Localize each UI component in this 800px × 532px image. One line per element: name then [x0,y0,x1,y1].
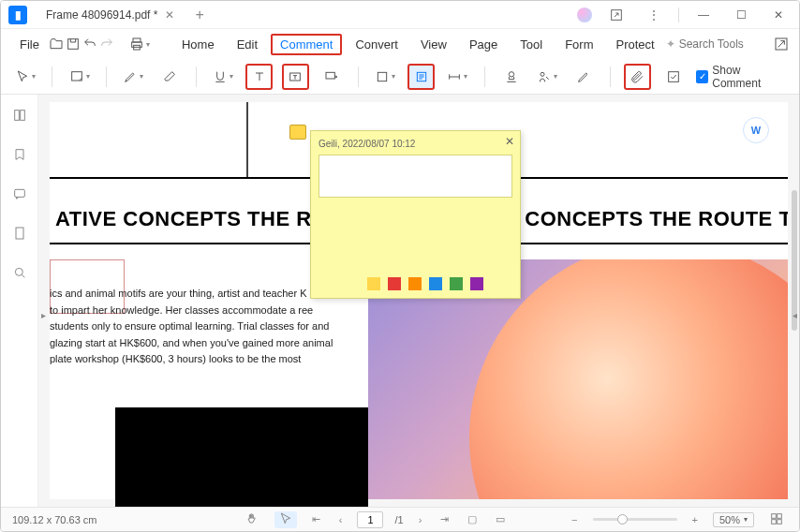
tab-page[interactable]: Page [460,34,507,55]
signature-tool-icon[interactable] [534,64,560,90]
app-icon: ▮ [8,6,27,24]
word-export-badge[interactable]: W [743,117,769,143]
page-total: /1 [394,514,403,525]
select-tool-icon[interactable] [12,64,38,90]
color-swatches [367,277,483,290]
last-page-icon[interactable]: ⇥ [437,513,452,525]
svg-rect-2 [133,38,141,42]
distance-tool-icon[interactable] [444,64,470,90]
new-tab-button[interactable]: + [189,7,209,23]
tab-edit[interactable]: Edit [228,34,267,55]
first-page-icon[interactable]: ⇤ [308,513,324,525]
zoom-in-icon[interactable]: + [689,514,702,525]
zoom-value: 50% [719,514,740,525]
zoom-slider[interactable] [593,518,677,521]
tab-home[interactable]: Home [172,34,224,55]
document-tab[interactable]: Frame 48096914.pdf * ✕ [35,5,185,25]
open-external-icon[interactable] [603,2,630,28]
thumbnails-icon[interactable] [8,104,31,126]
search-input[interactable] [679,37,754,51]
hand-tool-icon[interactable] [241,511,263,528]
textbox-tool-icon[interactable] [282,64,309,90]
save-icon[interactable] [66,32,81,56]
search-panel-icon[interactable] [8,261,31,284]
pencil-tool-icon[interactable] [570,64,596,90]
popup-close-icon[interactable]: ✕ [505,135,514,148]
tab-form[interactable]: Form [556,34,602,55]
collapse-right-icon[interactable]: ◂ [790,301,799,329]
color-blue[interactable] [429,277,442,290]
zoom-thumb[interactable] [617,514,628,525]
comment-marker-icon[interactable] [289,125,306,140]
tab-tool[interactable]: Tool [511,34,552,55]
read-mode-icon[interactable] [765,511,788,528]
collapse-left-icon[interactable]: ▸ [38,301,48,329]
text-tool-icon[interactable] [245,64,273,90]
next-page-icon[interactable]: › [415,514,426,525]
open-icon[interactable] [49,32,64,56]
left-sidebar [1,95,38,507]
vertical-rule [246,102,248,177]
page: W ATIVE CONCEPTS THE ROUTE TO CREATIVE C… [50,102,788,499]
comments-panel-icon[interactable] [8,183,31,205]
comment-popup[interactable]: ✕ Geili, 2022/08/07 10:12 [310,130,521,299]
highlight-tool-icon[interactable] [120,64,146,90]
minimize-button[interactable]: — [690,2,717,28]
close-window-button[interactable]: ✕ [765,2,792,28]
zoom-out-icon[interactable]: − [568,514,581,525]
sticky-note-tool-icon[interactable] [407,64,435,90]
color-purple[interactable] [470,277,483,290]
svg-rect-22 [778,519,782,524]
file-menu[interactable]: File [12,34,47,55]
tab-view[interactable]: View [411,34,456,55]
tab-protect[interactable]: Protect [606,34,663,55]
stamp-tool-icon[interactable] [498,64,525,90]
popup-timestamp: 2022/08/07 10:12 [343,139,416,149]
print-icon[interactable] [129,32,150,56]
svg-point-18 [15,268,22,275]
redo-icon[interactable] [99,32,114,56]
zoom-dropdown[interactable]: 50%▾ [713,512,754,527]
prev-page-icon[interactable]: ‹ [335,514,347,525]
undo-icon[interactable] [82,32,97,56]
fit-page-icon[interactable]: ▢ [464,513,481,525]
svg-rect-21 [772,519,777,524]
eraser-tool-icon[interactable] [156,64,182,90]
svg-point-11 [509,71,513,76]
popup-textarea[interactable] [319,155,512,198]
sparkle-icon: ✦ [666,37,675,51]
attachments-panel-icon[interactable] [8,222,31,244]
svg-rect-15 [20,111,24,121]
attachment-tool-icon[interactable] [624,64,651,90]
select-mode-icon[interactable] [274,511,297,528]
tab-comment[interactable]: Comment [271,34,342,55]
tab-convert[interactable]: Convert [346,34,407,55]
close-tab-icon[interactable]: ✕ [165,8,174,22]
svg-point-12 [541,72,544,76]
svg-rect-9 [378,72,387,81]
menubar: File Home Edit Comment Convert View Page… [1,29,799,59]
color-red[interactable] [388,277,401,290]
search-tools[interactable]: ✦ [666,37,760,51]
svg-rect-14 [14,111,19,121]
shape-tool-icon[interactable] [372,64,398,90]
body-text: ics and animal motifs are your thing, ar… [50,286,349,368]
color-green[interactable] [450,277,463,290]
note-tool-icon[interactable] [66,64,92,90]
color-yellow[interactable] [367,277,380,290]
maximize-button[interactable]: ☐ [728,2,754,28]
ai-orb-icon[interactable] [577,7,592,22]
share-icon[interactable] [769,32,793,56]
bookmarks-icon[interactable] [8,143,31,166]
checkbox-tool-icon[interactable] [660,64,687,90]
page-number-input[interactable] [357,511,383,528]
show-comment-label: Show Comment [712,64,788,90]
document-canvas[interactable]: W ATIVE CONCEPTS THE ROUTE TO CREATIVE C… [38,95,799,507]
color-orange[interactable] [408,277,422,290]
show-comment-toggle[interactable]: ✓ Show Comment [696,64,788,90]
overflow-menu-icon[interactable]: ⋮ [641,2,667,28]
underline-tool-icon[interactable] [210,64,236,90]
svg-rect-20 [778,513,782,518]
fit-width-icon[interactable]: ▭ [492,513,509,525]
callout-tool-icon[interactable] [319,64,345,90]
